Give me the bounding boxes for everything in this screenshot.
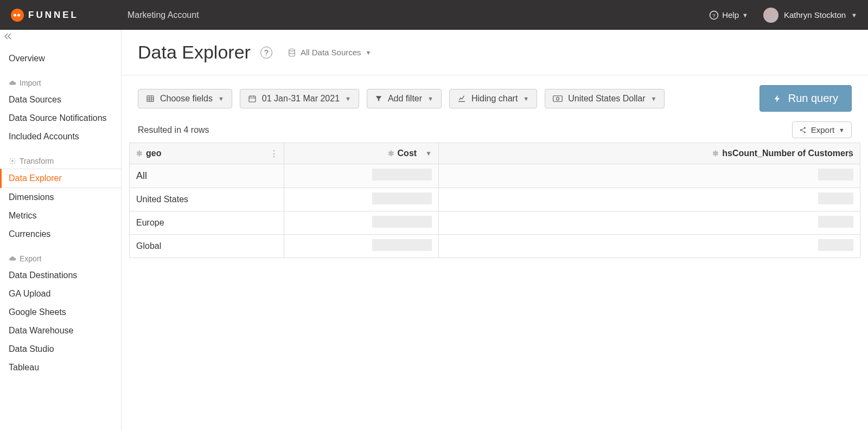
user-name: Kathryn Stockton [784,10,846,20]
redacted-value [818,169,853,181]
sidebar-group-label: Import [20,79,41,87]
caret-down-icon: ▼ [427,95,433,102]
gear-icon [9,157,16,165]
bolt-icon [773,93,782,104]
cell-cost [284,211,439,235]
sidebar-item-metrics[interactable]: Metrics [0,207,121,225]
table-icon [146,94,155,103]
caret-down-icon: ▼ [523,95,529,102]
redacted-value [372,169,432,181]
cell-geo: Europe [130,211,284,235]
caret-down-icon: ▼ [651,95,657,102]
data-source-label: All Data Sources [301,48,361,57]
page-title: Data Explorer [138,42,251,63]
redacted-value [372,216,432,228]
cell-cost [284,188,439,211]
cell-cost [284,235,439,258]
query-toolbar: Choose fields ▼ 01 Jan-31 Mar 2021 ▼ Add… [122,75,868,121]
add-filter-button[interactable]: Add filter ▼ [367,89,442,108]
sidebar-collapse-button[interactable] [0,33,121,45]
export-button[interactable]: Export ▼ [792,121,852,138]
date-range-button[interactable]: 01 Jan-31 Mar 2021 ▼ [240,89,359,108]
currency-button[interactable]: United States Dollar ▼ [545,89,665,108]
chart-toggle-label: Hiding chart [471,94,518,104]
filter-icon [375,95,382,102]
sidebar-item-overview[interactable]: Overview [0,45,121,68]
page-header: Data Explorer ? All Data Sources ▼ [122,30,868,75]
gear-icon: ✱ [388,149,394,158]
brand-logo[interactable]: FUNNEL [11,9,79,22]
sidebar-item-data-destinations[interactable]: Data Destinations [0,266,121,285]
results-summary: Resulted in 4 rows [138,125,209,135]
column-header-geo[interactable]: ✱ geo ⋮ [130,143,284,164]
cell-customers [439,164,860,188]
column-header-cost[interactable]: ✱ Cost ▼ [284,143,439,164]
cell-customers [439,188,860,211]
chart-toggle-button[interactable]: Hiding chart ▼ [449,89,537,108]
column-label: Cost [398,149,417,158]
chevron-double-left-icon [4,33,12,40]
database-icon [288,48,296,57]
svg-rect-5 [249,96,256,102]
table-header-row: ✱ geo ⋮ ✱ Cost ▼ [130,143,860,164]
sidebar-item-included-accounts[interactable]: Included Accounts [0,127,121,146]
gear-icon: ✱ [712,149,719,158]
chart-line-icon [457,94,466,103]
sidebar-item-ga-upload[interactable]: GA Upload [0,285,121,303]
share-icon [799,126,807,134]
svg-point-2 [11,160,14,162]
money-icon [553,95,563,102]
help-menu[interactable]: ? Help ▼ [709,10,748,20]
main-content: Data Explorer ? All Data Sources ▼ Choos… [122,30,868,431]
svg-rect-4 [147,95,154,101]
table-row: Europe [130,211,860,235]
cell-geo: Global [130,235,284,258]
caret-down-icon: ▼ [851,12,857,18]
redacted-value [372,239,432,251]
svg-text:?: ? [712,12,716,18]
currency-label: United States Dollar [568,94,645,104]
svg-point-7 [557,97,559,100]
add-filter-label: Add filter [388,94,422,104]
sidebar-group-transform: Transform [0,146,121,169]
caret-down-icon: ▼ [742,12,748,18]
svg-point-3 [289,49,295,51]
column-menu-button[interactable]: ⋮ [270,149,278,159]
sidebar-group-label: Export [20,254,41,263]
run-query-label: Run query [788,92,838,105]
page-help-button[interactable]: ? [260,47,272,59]
sidebar-item-dimensions[interactable]: Dimensions [0,188,121,207]
choose-fields-label: Choose fields [160,94,213,104]
cell-customers [439,235,860,258]
sidebar-item-data-sources[interactable]: Data Sources [0,91,121,109]
results-bar: Resulted in 4 rows Export ▼ [122,121,868,143]
choose-fields-button[interactable]: Choose fields ▼ [138,89,232,108]
sidebar-item-data-studio[interactable]: Data Studio [0,340,121,358]
column-label: geo [146,149,161,158]
app-header: FUNNEL Marketing Account ? Help ▼ Kathry… [0,0,868,30]
cloud-upload-icon [9,255,16,262]
calendar-icon [248,94,257,103]
help-label: Help [722,10,739,20]
column-header-customers[interactable]: ✱ hsCount_Number of Customers ⋮ [439,143,860,164]
sidebar-item-currencies[interactable]: Currencies [0,225,121,243]
sidebar-item-data-warehouse[interactable]: Data Warehouse [0,321,121,340]
sidebar-group-export: Export [0,243,121,266]
caret-down-icon: ▼ [366,49,372,56]
caret-down-icon: ▼ [839,127,845,133]
sidebar-item-google-sheets[interactable]: Google Sheets [0,303,121,321]
cell-geo: All [130,164,284,188]
run-query-button[interactable]: Run query [760,85,852,112]
user-menu[interactable]: Kathryn Stockton ▼ [763,8,857,23]
brand-name: FUNNEL [28,10,79,21]
sidebar-item-data-source-notifications[interactable]: Data Source Notifications [0,109,121,127]
sidebar: Overview Import Data Sources Data Source… [0,30,122,431]
sidebar-item-tableau[interactable]: Tableau [0,358,121,377]
data-source-selector[interactable]: All Data Sources ▼ [288,48,372,57]
redacted-value [818,239,853,251]
gear-icon: ✱ [136,149,143,158]
account-name[interactable]: Marketing Account [127,10,199,20]
sidebar-item-data-explorer[interactable]: Data Explorer [0,169,121,188]
table-row-all: All [130,164,860,188]
column-menu-button[interactable]: ⋮ [846,149,854,159]
